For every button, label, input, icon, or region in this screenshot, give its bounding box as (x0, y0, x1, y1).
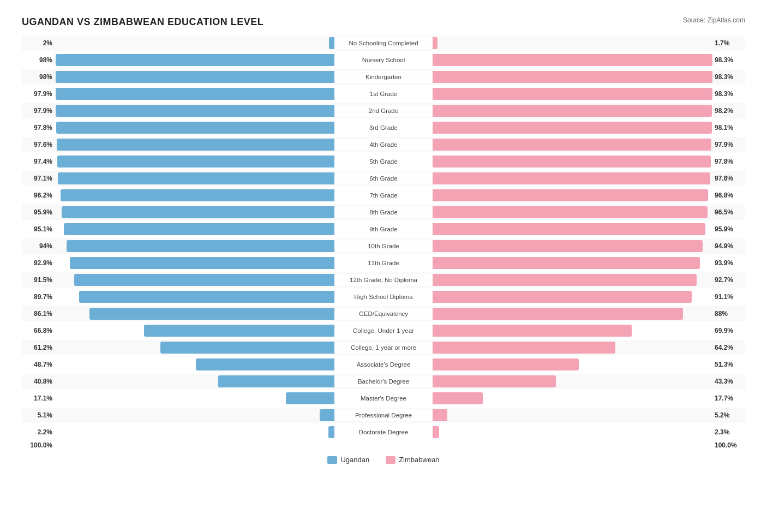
legend: Ugandan Zimbabwean (22, 456, 745, 464)
category-label: Bachelor's Degree (334, 375, 433, 387)
right-value: 98.1% (712, 124, 745, 131)
bar-row: 97.8% 3rd Grade 98.1% (22, 120, 745, 135)
bar-row: 97.9% 2nd Grade 98.2% (22, 103, 745, 118)
right-bar-container (433, 139, 712, 151)
bar-row: 66.8% College, Under 1 year 69.9% (22, 323, 745, 338)
right-value: 1.7% (712, 39, 745, 47)
bar-row: 95.1% 9th Grade 95.9% (22, 222, 745, 237)
left-bar-container (55, 358, 334, 370)
bar-row: 98% Nursery School 98.3% (22, 52, 745, 68)
ugandan-label: Ugandan (340, 456, 369, 464)
left-bar-container (55, 54, 334, 66)
bar-row: 96.2% 7th Grade 96.8% (22, 188, 745, 203)
left-bar-container (55, 325, 334, 337)
bar-row: 97.1% 6th Grade 97.6% (22, 171, 745, 186)
left-value: 97.4% (22, 158, 55, 165)
right-bar (433, 375, 556, 387)
right-bar-container (433, 375, 712, 387)
left-value: 92.9% (22, 259, 55, 267)
chart-header: UGANDAN VS ZIMBABWEAN EDUCATION LEVEL So… (22, 16, 745, 28)
left-bar (58, 172, 334, 184)
left-bar-container (55, 88, 334, 100)
bar-row: 5.1% Professional Degree 5.2% (22, 408, 745, 423)
right-bar-container (433, 240, 712, 252)
bars-area: 2% No Schooling Completed 1.7% 98% Nurse… (22, 35, 745, 440)
right-bar (433, 122, 712, 134)
left-value: 97.6% (22, 141, 55, 148)
bar-row: 48.7% Associate's Degree 51.3% (22, 357, 745, 372)
left-bar (56, 54, 334, 66)
left-bar (56, 71, 334, 83)
left-bar (70, 257, 334, 269)
right-bar (433, 172, 710, 184)
left-bar-container (55, 409, 334, 421)
bar-row: 40.8% Bachelor's Degree 43.3% (22, 374, 745, 389)
left-value: 97.9% (22, 107, 55, 115)
category-label: 7th Grade (334, 189, 433, 201)
left-bar (56, 88, 334, 100)
bar-row: 94% 10th Grade 94.9% (22, 238, 745, 254)
right-bar (433, 88, 712, 100)
category-label: 6th Grade (334, 172, 433, 184)
right-value: 51.3% (712, 361, 745, 368)
left-value: 66.8% (22, 327, 55, 334)
left-bar-container (55, 172, 334, 184)
left-bar-container (55, 257, 334, 269)
left-value: 97.8% (22, 124, 55, 131)
left-bar-container (55, 274, 334, 286)
right-bar (433, 392, 483, 404)
right-bar (433, 291, 692, 303)
right-bar (433, 37, 438, 49)
category-label: College, 1 year or more (334, 342, 433, 354)
left-value: 94% (22, 242, 55, 250)
category-label: GED/Equivalency (334, 308, 433, 320)
footer-right-val: 100.0% (712, 441, 745, 449)
left-bar-container (55, 189, 334, 201)
right-bar-container (433, 88, 712, 100)
category-label: College, Under 1 year (334, 325, 433, 337)
bar-row: 97.9% 1st Grade 98.3% (22, 86, 745, 101)
left-bar (57, 156, 334, 168)
right-value: 95.9% (712, 225, 745, 233)
right-value: 17.7% (712, 394, 745, 402)
right-bar (433, 240, 703, 252)
right-bar-container (433, 426, 712, 438)
left-bar-container (55, 392, 334, 404)
left-value: 97.9% (22, 90, 55, 98)
left-bar (61, 189, 334, 201)
right-bar (433, 71, 712, 83)
left-value: 91.5% (22, 276, 55, 284)
right-bar (433, 206, 708, 218)
category-label: Master's Degree (334, 392, 433, 404)
right-value: 5.2% (712, 411, 745, 419)
left-bar (144, 325, 334, 337)
right-value: 98.3% (712, 56, 745, 64)
left-value: 2% (22, 39, 55, 47)
category-label: 9th Grade (334, 223, 433, 235)
right-value: 98.2% (712, 107, 745, 115)
left-bar (56, 122, 334, 134)
right-value: 97.8% (712, 158, 745, 165)
left-value: 98% (22, 56, 55, 64)
left-bar (218, 375, 334, 387)
category-label: Kindergarten (334, 71, 433, 83)
right-value: 98.3% (712, 90, 745, 98)
right-bar-container (433, 223, 712, 235)
category-label: 12th Grade, No Diploma (334, 274, 433, 286)
left-bar (64, 223, 334, 235)
right-bar (433, 156, 711, 168)
left-bar (74, 274, 335, 286)
bar-row: 89.7% High School Diploma 91.1% (22, 289, 745, 304)
right-bar-container (433, 54, 712, 66)
ugandan-swatch (327, 456, 337, 464)
left-bar (62, 206, 334, 218)
category-label: 3rd Grade (334, 122, 433, 134)
left-bar-container (55, 342, 334, 354)
zimbabwean-label: Zimbabwean (399, 456, 439, 464)
category-label: Associate's Degree (334, 358, 433, 370)
category-label: 5th Grade (334, 156, 433, 168)
left-bar (57, 139, 334, 151)
left-bar-container (55, 223, 334, 235)
left-bar-container (55, 291, 334, 303)
bar-row: 91.5% 12th Grade, No Diploma 92.7% (22, 272, 745, 288)
